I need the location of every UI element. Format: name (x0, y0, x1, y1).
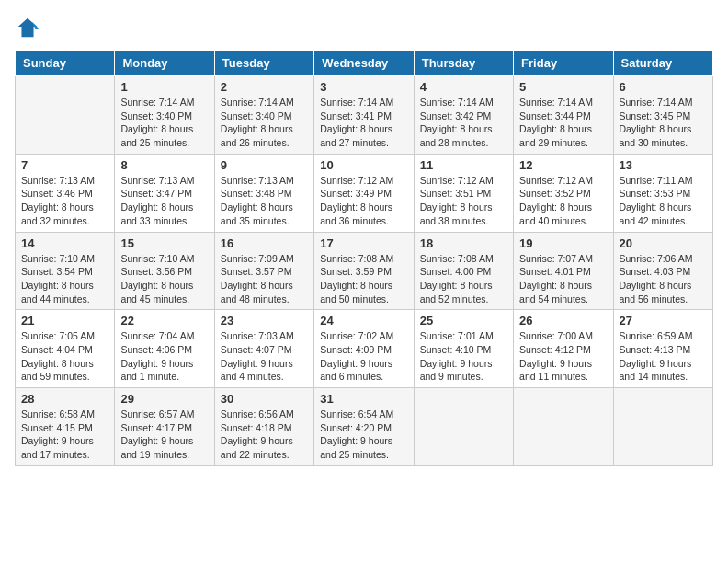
header-wednesday: Wednesday (314, 51, 414, 76)
calendar-cell: 22Sunrise: 7:04 AMSunset: 4:06 PMDayligh… (115, 310, 214, 388)
calendar-cell (514, 388, 613, 466)
day-info: Sunrise: 7:09 AMSunset: 3:57 PMDaylight:… (221, 252, 308, 306)
header-monday: Monday (115, 51, 214, 76)
day-info: Sunrise: 6:54 AMSunset: 4:20 PMDaylight:… (320, 408, 407, 462)
day-info: Sunrise: 7:00 AMSunset: 4:12 PMDaylight:… (519, 329, 607, 384)
calendar-cell: 30Sunrise: 6:56 AMSunset: 4:18 PMDayligh… (214, 388, 313, 466)
calendar-cell: 27Sunrise: 6:59 AMSunset: 4:13 PMDayligh… (613, 310, 712, 388)
day-number: 19 (519, 236, 607, 250)
day-info: Sunrise: 7:04 AMSunset: 4:06 PMDaylight:… (120, 329, 208, 384)
day-number: 4 (420, 80, 507, 94)
calendar-cell: 14Sunrise: 7:10 AMSunset: 3:54 PMDayligh… (16, 232, 115, 310)
day-number: 11 (420, 158, 507, 172)
day-number: 1 (120, 80, 208, 94)
day-number: 29 (120, 392, 208, 406)
calendar-week-row: 1Sunrise: 7:14 AMSunset: 3:40 PMDaylight… (16, 76, 713, 155)
calendar-cell: 16Sunrise: 7:09 AMSunset: 3:57 PMDayligh… (214, 232, 313, 310)
day-number: 12 (519, 158, 607, 172)
calendar-week-row: 21Sunrise: 7:05 AMSunset: 4:04 PMDayligh… (16, 310, 713, 388)
day-info: Sunrise: 7:07 AMSunset: 4:01 PMDaylight:… (519, 252, 607, 306)
calendar-cell: 20Sunrise: 7:06 AMSunset: 4:03 PMDayligh… (613, 232, 712, 310)
day-info: Sunrise: 7:10 AMSunset: 3:54 PMDaylight:… (21, 252, 108, 306)
calendar-cell: 12Sunrise: 7:12 AMSunset: 3:52 PMDayligh… (514, 154, 613, 232)
day-number: 25 (420, 314, 507, 327)
day-number: 28 (21, 392, 108, 406)
calendar-cell: 9Sunrise: 7:13 AMSunset: 3:48 PMDaylight… (214, 154, 313, 232)
calendar-cell: 19Sunrise: 7:07 AMSunset: 4:01 PMDayligh… (514, 232, 613, 310)
day-info: Sunrise: 7:12 AMSunset: 3:52 PMDaylight:… (519, 174, 607, 228)
calendar-cell: 21Sunrise: 7:05 AMSunset: 4:04 PMDayligh… (16, 310, 115, 388)
day-info: Sunrise: 7:08 AMSunset: 4:00 PMDaylight:… (420, 252, 507, 306)
day-number: 6 (620, 80, 707, 94)
header-sunday: Sunday (16, 51, 115, 76)
day-number: 8 (120, 158, 208, 172)
day-info: Sunrise: 7:11 AMSunset: 3:53 PMDaylight:… (620, 174, 707, 228)
day-info: Sunrise: 7:14 AMSunset: 3:41 PMDaylight:… (320, 96, 407, 150)
page-header (15, 15, 713, 40)
day-info: Sunrise: 7:01 AMSunset: 4:10 PMDaylight:… (420, 329, 507, 384)
calendar-cell: 17Sunrise: 7:08 AMSunset: 3:59 PMDayligh… (314, 232, 414, 310)
day-number: 26 (519, 314, 607, 327)
day-info: Sunrise: 7:08 AMSunset: 3:59 PMDaylight:… (320, 252, 407, 306)
calendar-cell: 2Sunrise: 7:14 AMSunset: 3:40 PMDaylight… (214, 76, 313, 155)
day-info: Sunrise: 7:13 AMSunset: 3:46 PMDaylight:… (21, 174, 108, 228)
calendar-cell: 13Sunrise: 7:11 AMSunset: 3:53 PMDayligh… (613, 154, 712, 232)
day-number: 17 (320, 236, 407, 250)
calendar-table: SundayMondayTuesdayWednesdayThursdayFrid… (15, 50, 713, 466)
calendar-cell: 5Sunrise: 7:14 AMSunset: 3:44 PMDaylight… (514, 76, 613, 155)
day-info: Sunrise: 7:06 AMSunset: 4:03 PMDaylight:… (620, 252, 707, 306)
logo-icon (15, 15, 40, 40)
day-info: Sunrise: 6:57 AMSunset: 4:17 PMDaylight:… (120, 408, 208, 462)
day-number: 10 (320, 158, 407, 172)
calendar-cell: 7Sunrise: 7:13 AMSunset: 3:46 PMDaylight… (16, 154, 115, 232)
calendar-cell: 25Sunrise: 7:01 AMSunset: 4:10 PMDayligh… (414, 310, 513, 388)
calendar-cell (414, 388, 513, 466)
day-info: Sunrise: 6:59 AMSunset: 4:13 PMDaylight:… (620, 329, 707, 384)
day-info: Sunrise: 7:12 AMSunset: 3:49 PMDaylight:… (320, 174, 407, 228)
header-saturday: Saturday (613, 51, 712, 76)
day-number: 9 (221, 158, 308, 172)
day-number: 13 (620, 158, 707, 172)
day-number: 24 (320, 314, 407, 327)
calendar-cell: 24Sunrise: 7:02 AMSunset: 4:09 PMDayligh… (314, 310, 414, 388)
calendar-cell: 28Sunrise: 6:58 AMSunset: 4:15 PMDayligh… (16, 388, 115, 466)
header-thursday: Thursday (414, 51, 513, 76)
calendar-cell: 1Sunrise: 7:14 AMSunset: 3:40 PMDaylight… (115, 76, 214, 155)
day-number: 2 (221, 80, 308, 94)
day-number: 7 (21, 158, 108, 172)
day-number: 22 (120, 314, 208, 327)
calendar-header-row: SundayMondayTuesdayWednesdayThursdayFrid… (16, 51, 713, 76)
calendar-cell: 29Sunrise: 6:57 AMSunset: 4:17 PMDayligh… (115, 388, 214, 466)
day-info: Sunrise: 7:14 AMSunset: 3:44 PMDaylight:… (519, 96, 607, 150)
calendar-week-row: 28Sunrise: 6:58 AMSunset: 4:15 PMDayligh… (16, 388, 713, 466)
day-number: 5 (519, 80, 607, 94)
day-info: Sunrise: 7:14 AMSunset: 3:40 PMDaylight:… (120, 96, 208, 150)
day-info: Sunrise: 7:13 AMSunset: 3:48 PMDaylight:… (221, 174, 308, 228)
day-number: 27 (620, 314, 707, 327)
day-info: Sunrise: 7:14 AMSunset: 3:42 PMDaylight:… (420, 96, 507, 150)
calendar-week-row: 7Sunrise: 7:13 AMSunset: 3:46 PMDaylight… (16, 154, 713, 232)
day-info: Sunrise: 6:56 AMSunset: 4:18 PMDaylight:… (221, 408, 308, 462)
day-info: Sunrise: 7:10 AMSunset: 3:56 PMDaylight:… (120, 252, 208, 306)
day-info: Sunrise: 6:58 AMSunset: 4:15 PMDaylight:… (21, 408, 108, 462)
day-number: 18 (420, 236, 507, 250)
day-number: 15 (120, 236, 208, 250)
calendar-cell: 31Sunrise: 6:54 AMSunset: 4:20 PMDayligh… (314, 388, 414, 466)
calendar-cell: 11Sunrise: 7:12 AMSunset: 3:51 PMDayligh… (414, 154, 513, 232)
day-info: Sunrise: 7:05 AMSunset: 4:04 PMDaylight:… (21, 329, 108, 384)
day-number: 30 (221, 392, 308, 406)
day-info: Sunrise: 7:14 AMSunset: 3:40 PMDaylight:… (221, 96, 308, 150)
day-info: Sunrise: 7:13 AMSunset: 3:47 PMDaylight:… (120, 174, 208, 228)
calendar-cell: 4Sunrise: 7:14 AMSunset: 3:42 PMDaylight… (414, 76, 513, 155)
calendar-cell: 23Sunrise: 7:03 AMSunset: 4:07 PMDayligh… (214, 310, 313, 388)
day-info: Sunrise: 7:12 AMSunset: 3:51 PMDaylight:… (420, 174, 507, 228)
calendar-cell: 18Sunrise: 7:08 AMSunset: 4:00 PMDayligh… (414, 232, 513, 310)
logo (15, 15, 44, 40)
day-number: 21 (21, 314, 108, 327)
day-info: Sunrise: 7:14 AMSunset: 3:45 PMDaylight:… (620, 96, 707, 150)
calendar-cell: 10Sunrise: 7:12 AMSunset: 3:49 PMDayligh… (314, 154, 414, 232)
day-info: Sunrise: 7:02 AMSunset: 4:09 PMDaylight:… (320, 329, 407, 384)
calendar-cell (613, 388, 712, 466)
day-number: 14 (21, 236, 108, 250)
calendar-week-row: 14Sunrise: 7:10 AMSunset: 3:54 PMDayligh… (16, 232, 713, 310)
